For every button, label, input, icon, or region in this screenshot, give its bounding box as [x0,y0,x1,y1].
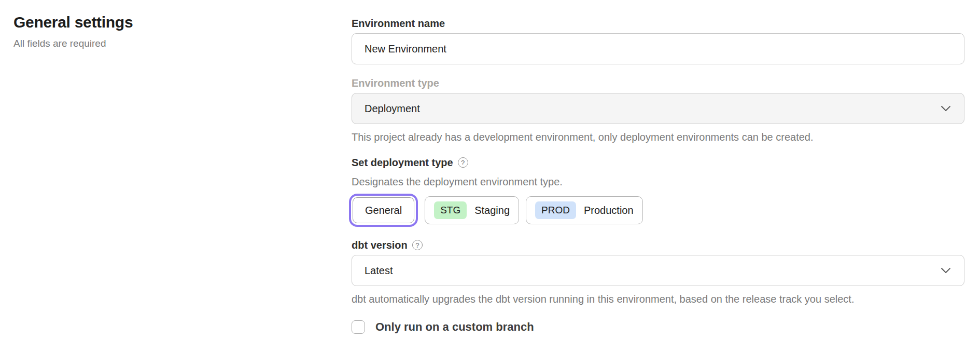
deployment-type-staging-label: Staging [474,205,510,216]
custom-branch-row: Only run on a custom branch [352,320,964,334]
environment-settings-form: Environment name Environment type Deploy… [352,0,964,334]
deployment-type-production-label: Production [584,205,634,216]
dbt-version-helper: dbt automatically upgrades the dbt versi… [352,293,964,305]
deployment-type-production-button[interactable]: PROD Production [526,196,643,224]
dbt-version-label: dbt version [352,239,408,251]
page-title: General settings [13,13,304,31]
staging-badge: STG [434,201,467,219]
help-icon[interactable]: ? [458,157,468,168]
custom-branch-label: Only run on a custom branch [375,320,534,334]
dbt-version-select[interactable]: Latest [352,255,964,286]
chevron-down-icon [941,268,950,273]
help-icon[interactable]: ? [412,240,423,250]
environment-type-select[interactable]: Deployment [352,93,964,124]
deployment-type-options: General STG Staging PROD Production [352,196,964,224]
custom-branch-checkbox[interactable] [352,320,365,334]
production-badge: PROD [535,201,576,219]
deployment-type-label: Set deployment type [352,156,453,169]
deployment-type-helper: Designates the deployment environment ty… [352,175,964,188]
settings-header: General settings All fields are required [13,13,304,49]
chevron-down-icon [941,106,950,111]
page-subtitle: All fields are required [13,38,304,49]
environment-name-label: Environment name [352,17,964,30]
deployment-type-staging-button[interactable]: STG Staging [425,196,519,224]
environment-name-input[interactable] [352,33,964,64]
environment-type-value: Deployment [365,103,420,115]
environment-type-label: Environment type [352,77,964,89]
environment-type-helper: This project already has a development e… [352,131,964,143]
deployment-type-general-label: General [365,205,402,216]
deployment-type-general-button[interactable]: General [353,197,414,223]
dbt-version-value: Latest [365,265,393,277]
